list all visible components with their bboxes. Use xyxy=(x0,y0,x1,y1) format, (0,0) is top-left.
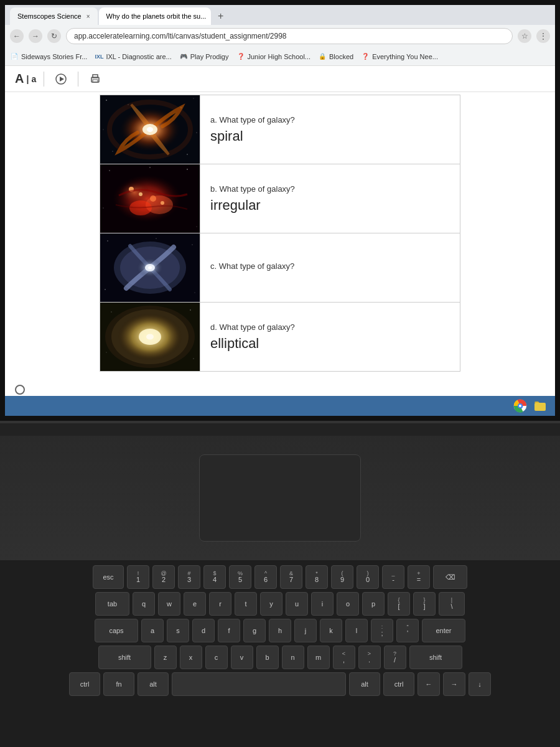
key-7[interactable]: &7 xyxy=(280,565,302,589)
trackpad[interactable] xyxy=(199,454,361,542)
key-a[interactable]: a xyxy=(141,619,164,642)
svg-point-13 xyxy=(196,132,197,133)
key-semicolon[interactable]: :; xyxy=(371,619,393,642)
key-enter[interactable]: enter xyxy=(422,619,465,642)
key-tab[interactable]: tab xyxy=(95,592,129,616)
tool-separator-1 xyxy=(44,72,44,87)
key-2[interactable]: @2 xyxy=(152,565,175,589)
key-down-arrow[interactable]: ↓ xyxy=(469,672,491,696)
key-ctrl-left[interactable]: ctrl xyxy=(69,672,100,696)
key-k[interactable]: k xyxy=(320,619,342,642)
content-tools: A | a xyxy=(5,66,555,92)
key-right-arrow[interactable]: → xyxy=(443,672,465,696)
key-backslash[interactable]: |\ xyxy=(439,592,465,616)
key-8[interactable]: *8 xyxy=(306,565,328,589)
key-p[interactable]: p xyxy=(362,592,385,616)
key-m[interactable]: m xyxy=(307,646,330,669)
key-6[interactable]: ^6 xyxy=(254,565,277,589)
play-button[interactable] xyxy=(52,70,70,88)
key-fn[interactable]: fn xyxy=(103,672,134,696)
bookmark-prodigy[interactable]: 🎮 Play Prodigy xyxy=(179,52,229,61)
refresh-button[interactable]: ↻ xyxy=(47,29,61,43)
tab-stemscopes[interactable]: Stemscopes Science × xyxy=(10,7,98,25)
key-h[interactable]: h xyxy=(269,619,291,642)
key-e[interactable]: e xyxy=(184,592,206,616)
tab-planets[interactable]: Why do the planets orbit the su... × xyxy=(99,7,211,25)
tab-stemscopes-close[interactable]: × xyxy=(86,13,90,20)
key-1[interactable]: !1 xyxy=(127,565,149,589)
key-ctrl-right[interactable]: ctrl xyxy=(383,672,414,696)
play-icon xyxy=(55,73,67,85)
radio-button[interactable] xyxy=(15,385,25,395)
key-alt-left[interactable]: alt xyxy=(138,672,169,696)
key-x[interactable]: x xyxy=(180,646,202,669)
key-n[interactable]: n xyxy=(282,646,304,669)
key-lbracket[interactable]: {[ xyxy=(388,592,410,616)
chrome-menu[interactable]: ⋮ xyxy=(536,29,550,43)
key-l[interactable]: l xyxy=(345,619,368,642)
key-j[interactable]: j xyxy=(294,619,317,642)
key-u[interactable]: u xyxy=(286,592,308,616)
svg-point-44 xyxy=(111,311,111,312)
forward-button[interactable]: → xyxy=(29,29,42,43)
galaxy-question-b: b. What type of galaxy? xyxy=(210,184,450,194)
key-b[interactable]: b xyxy=(256,646,279,669)
key-v[interactable]: v xyxy=(231,646,253,669)
key-esc[interactable]: esc xyxy=(93,565,124,589)
key-q[interactable]: q xyxy=(133,592,155,616)
back-button[interactable]: ← xyxy=(10,29,24,43)
key-rbracket[interactable]: }] xyxy=(413,592,436,616)
key-5[interactable]: %5 xyxy=(229,565,251,589)
bookmark-prodigy-icon: 🎮 xyxy=(179,52,188,61)
bookmark-ixl[interactable]: IXL IXL - Diagnostic are... xyxy=(95,52,171,61)
key-d[interactable]: d xyxy=(192,619,215,642)
svg-point-47 xyxy=(193,358,194,359)
key-o[interactable]: o xyxy=(337,592,359,616)
key-space[interactable] xyxy=(172,672,346,696)
key-quote[interactable]: "' xyxy=(396,619,419,642)
svg-point-34 xyxy=(192,244,192,245)
svg-point-46 xyxy=(106,352,107,353)
key-w[interactable]: w xyxy=(158,592,180,616)
galaxy-answer-b: irregular xyxy=(210,197,450,214)
bookmark-junior-high[interactable]: ❓ Junior High School... xyxy=(236,52,311,61)
bookmark-blocked[interactable]: 🔒 Blocked xyxy=(318,52,353,61)
key-backspace[interactable]: ⌫ xyxy=(433,565,467,589)
page-content: A | a xyxy=(5,66,555,392)
key-equals[interactable]: += xyxy=(408,565,430,589)
key-s[interactable]: s xyxy=(167,619,189,642)
bookmark-everything[interactable]: ❓ Everything You Nee... xyxy=(361,52,438,61)
key-shift-right[interactable]: shift xyxy=(409,646,462,669)
key-4[interactable]: $4 xyxy=(203,565,226,589)
key-i[interactable]: i xyxy=(311,592,334,616)
key-3[interactable]: #3 xyxy=(178,565,200,589)
new-tab-button[interactable]: + xyxy=(212,7,230,25)
key-alt-right[interactable]: alt xyxy=(349,672,380,696)
key-comma[interactable]: <, xyxy=(333,646,355,669)
key-period[interactable]: >. xyxy=(358,646,381,669)
key-z[interactable]: z xyxy=(154,646,177,669)
chrome-taskbar-icon[interactable] xyxy=(513,398,528,413)
galaxy-question-c: c. What type of galaxy? xyxy=(210,261,450,271)
key-c[interactable]: c xyxy=(205,646,228,669)
key-g[interactable]: g xyxy=(243,619,266,642)
key-slash[interactable]: ?/ xyxy=(384,646,406,669)
key-y[interactable]: y xyxy=(260,592,282,616)
galaxy-img-cell-b xyxy=(100,164,200,233)
key-t[interactable]: t xyxy=(235,592,257,616)
print-button[interactable] xyxy=(86,70,105,88)
bookmark-junior-high-label: Junior High School... xyxy=(248,53,311,60)
key-caps[interactable]: caps xyxy=(95,619,138,642)
key-f[interactable]: f xyxy=(218,619,240,642)
key-shift-left[interactable]: shift xyxy=(98,646,151,669)
bookmark-star[interactable]: ☆ xyxy=(518,29,531,43)
folder-taskbar-icon[interactable] xyxy=(533,398,548,413)
key-9[interactable]: (9 xyxy=(331,565,353,589)
key-0[interactable]: )0 xyxy=(357,565,379,589)
key-r[interactable]: r xyxy=(209,592,231,616)
print-icon xyxy=(90,73,101,85)
bookmark-sideways[interactable]: 📄 Sideways Stories Fr... xyxy=(10,52,87,61)
address-input[interactable]: app.acceleratelearning.com/lti/canvas/st… xyxy=(66,28,513,44)
key-left-arrow[interactable]: ← xyxy=(418,672,440,696)
key-minus[interactable]: _- xyxy=(382,565,404,589)
